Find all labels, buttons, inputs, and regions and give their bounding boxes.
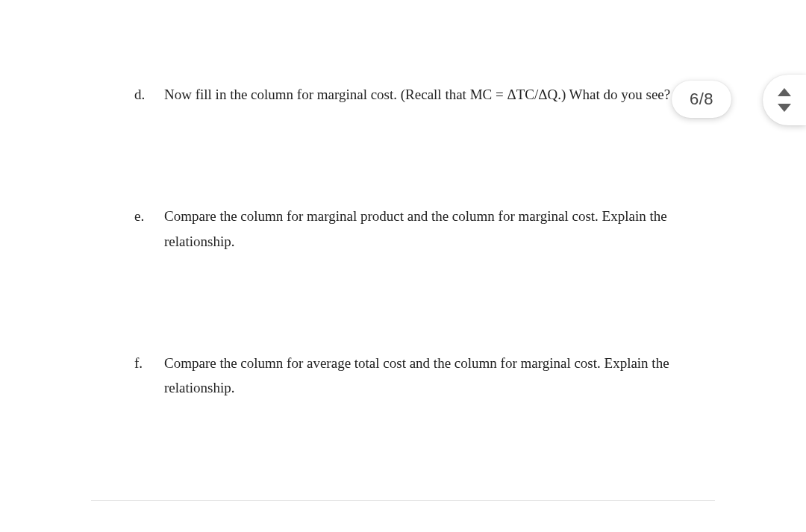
page-indicator: 6/8 [672, 81, 731, 118]
question-item: e. Compare the column for marginal produ… [134, 204, 672, 254]
question-marker: e. [134, 204, 157, 254]
chevron-down-icon[interactable] [778, 104, 791, 112]
document-content: d. Now fill in the column for marginal c… [0, 0, 806, 532]
page-indicator-text: 6/8 [690, 90, 713, 108]
question-marker: f. [134, 351, 157, 401]
question-text: Now fill in the column for marginal cost… [157, 82, 672, 107]
question-marker: d. [134, 82, 157, 107]
question-text: Compare the column for average total cos… [157, 351, 672, 401]
question-item: d. Now fill in the column for marginal c… [134, 82, 672, 107]
question-item: f. Compare the column for average total … [134, 351, 672, 401]
chevron-up-icon[interactable] [778, 88, 791, 96]
page-divider [91, 500, 715, 501]
question-text: Compare the column for marginal product … [157, 204, 672, 254]
